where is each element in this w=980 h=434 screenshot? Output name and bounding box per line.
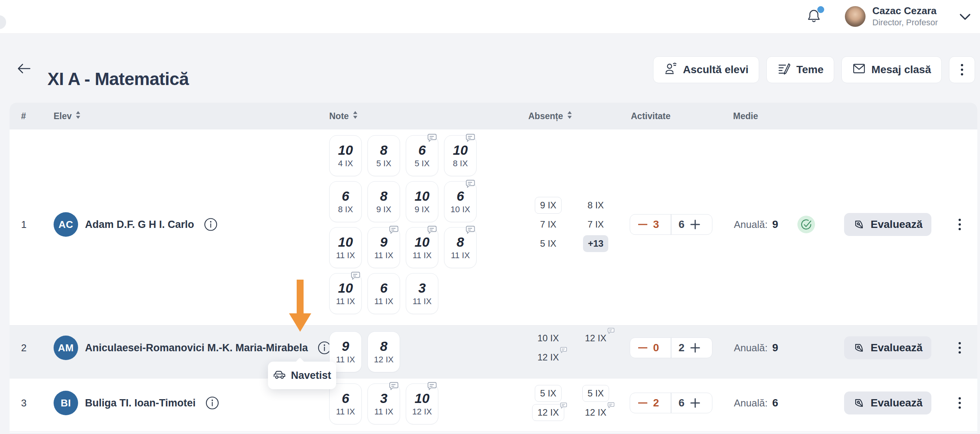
plus-button[interactable] <box>690 343 700 353</box>
row-menu-button[interactable] <box>952 393 967 413</box>
kebab-dot <box>959 397 961 400</box>
column-header-absente[interactable]: Absențe <box>528 110 572 122</box>
grade-date: 11 IX <box>336 296 355 306</box>
minus-button[interactable] <box>638 402 647 404</box>
info-icon[interactable] <box>204 218 217 231</box>
grade-value: 6 <box>342 391 349 405</box>
chevron-down-icon[interactable] <box>959 13 971 20</box>
absence-chip[interactable]: 12 IX <box>532 404 564 421</box>
row-menu-button[interactable] <box>952 337 967 358</box>
info-icon[interactable] <box>206 396 219 410</box>
grade-date: 11 IX <box>451 251 470 260</box>
grade-chip[interactable]: 1011 IX <box>406 227 438 268</box>
grades-grid: 104 IX85 IX65 IX108 IX68 IX89 IX109 IX61… <box>329 135 477 314</box>
sort-icon <box>75 110 81 122</box>
absence-chip[interactable]: 5 IX <box>535 385 562 402</box>
grade-date: 11 IX <box>413 296 432 306</box>
sidebar-toggle-sliver <box>0 15 6 29</box>
student-name-wrap: Buliga TI. Ioan-Timotei <box>85 396 219 410</box>
back-button[interactable] <box>17 61 34 77</box>
grade-value: 10 <box>338 235 353 249</box>
grade-value: 6 <box>342 189 349 203</box>
column-header-activitate: Activitate <box>631 111 671 121</box>
notifications-button[interactable] <box>807 8 821 25</box>
absence-chip[interactable]: 5 IX <box>535 235 562 252</box>
minus-button[interactable] <box>638 347 647 349</box>
absences-grid: 5 IX5 IX12 IX12 IX <box>528 385 616 421</box>
absence-chip[interactable]: 7 IX <box>583 216 609 233</box>
top-bar: Cazac Cezara Director, Profesor <box>0 0 980 34</box>
car-icon <box>273 369 286 382</box>
comment-icon <box>607 402 615 409</box>
table-header: # Elev Note Absențe Activitate Medie <box>10 103 977 129</box>
row-menu-button[interactable] <box>952 214 967 235</box>
page-menu-button[interactable] <box>949 56 975 83</box>
absence-date: 5 IX <box>588 388 604 399</box>
evaluate-button[interactable]: Evaluează <box>844 336 931 359</box>
message-class-button[interactable]: Mesaj clasă <box>841 56 942 83</box>
absence-chip[interactable]: 7 IX <box>535 216 562 233</box>
absence-chip[interactable]: 12 IX <box>580 330 611 347</box>
homework-button[interactable]: Teme <box>766 56 834 83</box>
grade-chip[interactable]: 68 IX <box>329 181 362 222</box>
grade-chip[interactable]: 1012 IX <box>406 383 438 424</box>
grade-chip[interactable]: 109 IX <box>406 181 438 222</box>
student-name-wrap: Adam D.F. G H I. Carlo <box>85 218 217 231</box>
grade-date: 12 IX <box>412 407 432 417</box>
grade-chip[interactable]: 610 IX <box>444 181 477 222</box>
plus-button[interactable] <box>690 398 700 408</box>
grade-chip[interactable]: 85 IX <box>368 135 400 176</box>
grade-chip[interactable]: 1011 IX <box>329 273 362 314</box>
absence-date: 10 IX <box>537 333 559 344</box>
kebab-dot <box>959 351 961 354</box>
grade-chip[interactable]: 911 IX <box>368 227 400 268</box>
absence-chip[interactable]: +13 <box>583 235 609 252</box>
grade-value: 8 <box>380 339 387 353</box>
absence-date: +13 <box>588 238 604 249</box>
students-table: # Elev Note Absențe Activitate Medie 1AC… <box>10 103 977 432</box>
grade-chip[interactable]: 311 IX <box>406 273 438 314</box>
grade-date: 8 IX <box>453 159 468 169</box>
grade-date: 11 IX <box>374 296 394 306</box>
absence-chip[interactable]: 9 IX <box>535 197 562 214</box>
grade-chip[interactable]: 611 IX <box>368 273 400 314</box>
kebab-dot <box>959 402 961 404</box>
evaluate-button[interactable]: Evaluează <box>844 391 931 414</box>
listen-students-button[interactable]: Ascultă elevi <box>653 56 759 83</box>
absence-chip[interactable]: 10 IX <box>532 330 564 347</box>
comment-icon <box>350 271 361 282</box>
absence-chip[interactable]: 12 IX <box>580 404 611 421</box>
absence-chip[interactable]: 5 IX <box>582 385 609 402</box>
grade-value: 3 <box>380 391 387 405</box>
pen-nib-icon <box>853 342 865 354</box>
grade-chip[interactable]: 108 IX <box>444 135 477 176</box>
column-header-elev[interactable]: Elev <box>54 110 81 122</box>
absence-chip[interactable]: 12 IX <box>532 349 564 366</box>
grade-chip[interactable]: 812 IX <box>368 331 400 372</box>
grade-chip[interactable]: 65 IX <box>406 135 438 176</box>
plus-button[interactable] <box>690 219 700 229</box>
column-header-note[interactable]: Note <box>329 110 358 122</box>
grade-date: 11 IX <box>413 251 432 260</box>
user-menu[interactable]: Cazac Cezara Director, Profesor <box>845 6 938 28</box>
absence-date: 7 IX <box>540 219 557 230</box>
student-row: 2AMAniculaesei-Romanovici M.-K. Maria-Mi… <box>10 326 977 378</box>
grade-value: 6 <box>418 143 426 157</box>
comment-icon <box>389 225 399 236</box>
grade-chip[interactable]: 811 IX <box>444 227 477 268</box>
comment-icon <box>465 133 475 144</box>
grade-date: 9 IX <box>376 205 391 215</box>
comment-icon <box>427 382 437 392</box>
absence-chip[interactable]: 8 IX <box>583 197 609 214</box>
evaluate-button[interactable]: Evaluează <box>844 213 931 236</box>
grade-chip[interactable]: 89 IX <box>368 181 400 222</box>
grade-value: 8 <box>457 235 464 249</box>
grade-chip[interactable]: 104 IX <box>329 135 362 176</box>
student-row: 1ACAdam D.F. G H I. Carlo104 IX85 IX65 I… <box>10 129 977 326</box>
grade-chip[interactable]: 311 IX <box>368 383 400 424</box>
grade-chip[interactable]: 1011 IX <box>329 227 362 268</box>
grade-chip[interactable]: 611 IX <box>329 383 362 424</box>
activity-positive-count: 6 <box>679 218 685 231</box>
minus-button[interactable] <box>638 223 647 226</box>
absences-grid: 9 IX8 IX7 IX7 IX5 IX+13 <box>528 197 616 252</box>
